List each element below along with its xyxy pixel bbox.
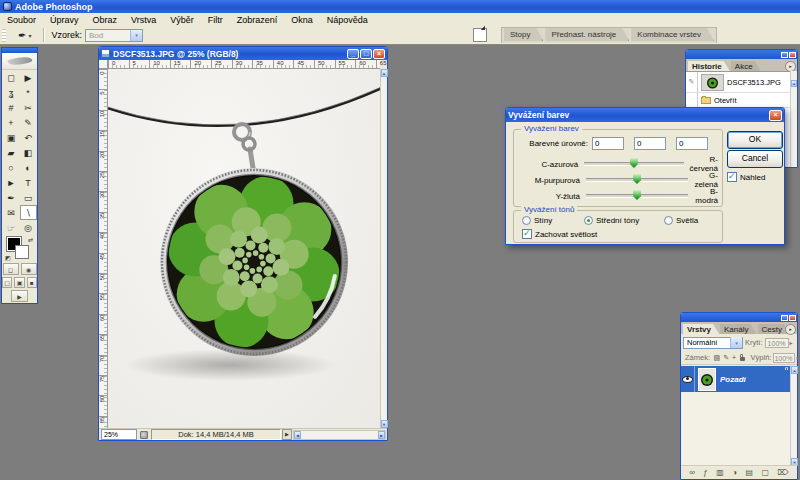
document-titlebar[interactable]: DSCF3513.JPG @ 25% (RGB/8) _ □ × — [99, 47, 387, 60]
opacity-arrow-icon[interactable]: ▸ — [790, 339, 793, 346]
lasso-tool[interactable]: ʓ — [3, 85, 20, 100]
dodge-tool[interactable]: ◐ — [20, 160, 37, 175]
visibility-cell[interactable] — [681, 366, 695, 392]
menu-item-6[interactable]: Zobrazení — [230, 15, 285, 25]
cancel-button[interactable]: Cancel — [727, 150, 783, 168]
slider-thumb[interactable] — [633, 190, 641, 200]
color-level-input-1[interactable] — [592, 137, 624, 150]
menu-item-0[interactable]: Soubor — [0, 15, 43, 25]
gradient-tool[interactable]: ◧ — [20, 145, 37, 160]
path-selection-tool[interactable]: ► — [3, 175, 20, 190]
swap-colors-icon[interactable]: ⇄ — [28, 236, 33, 243]
scroll-down-icon[interactable]: ▼ — [381, 420, 388, 428]
slider-thumb[interactable] — [633, 174, 641, 184]
menu-item-2[interactable]: Obraz — [86, 15, 125, 25]
layers-titlebar[interactable] — [681, 313, 797, 322]
shape-tool[interactable]: ▭ — [20, 190, 37, 205]
menu-item-5[interactable]: Filtr — [201, 15, 230, 25]
color-balance-slider-2[interactable] — [586, 178, 688, 182]
magic-wand-tool[interactable]: * — [20, 85, 37, 100]
menu-item-1[interactable]: Úpravy — [43, 15, 86, 25]
history-scrollbar[interactable]: ▲ — [790, 71, 797, 167]
eyedropper-tool[interactable]: ∖ — [20, 205, 37, 220]
palette-well-icon[interactable] — [473, 28, 487, 42]
delete-layer-button[interactable]: ⌦ — [777, 468, 788, 477]
zoom-tool[interactable]: ◎ — [20, 220, 37, 235]
tone-option-2[interactable]: Střední tóny — [584, 216, 639, 225]
new-set-button[interactable]: ▤ — [745, 468, 753, 477]
minimize-button[interactable] — [781, 52, 788, 58]
fullscreen-button[interactable]: ■ — [27, 277, 37, 288]
tab-vrstvy[interactable]: Vrstvy — [683, 324, 719, 334]
dock-tab-2[interactable]: Kombinace vrstev — [631, 28, 714, 41]
history-snapshot-row[interactable]: ✎ DSCF3513.JPG — [686, 72, 797, 93]
scroll-left-icon[interactable]: ◀ — [294, 431, 301, 439]
ok-button[interactable]: OK — [727, 131, 783, 149]
default-colors-icon[interactable]: ◩ — [5, 254, 11, 261]
color-balance-slider-3[interactable] — [586, 194, 688, 198]
scroll-up-icon[interactable]: ▲ — [791, 80, 797, 87]
tone-option-1[interactable]: Stíny — [522, 216, 552, 225]
new-layer-button[interactable]: ▢ — [761, 468, 769, 477]
add-mask-button[interactable]: ▥ — [716, 468, 724, 477]
palette-menu-icon[interactable]: ▸ — [785, 324, 796, 335]
zoom-level-input[interactable] — [101, 429, 137, 440]
link-layers-button[interactable]: ∞ — [689, 468, 695, 477]
blend-mode-select[interactable]: Normální ▾ — [683, 337, 743, 349]
menu-item-8[interactable]: Nápověda — [320, 15, 375, 25]
menu-item-4[interactable]: Výběr — [163, 15, 201, 25]
quick-mask-button[interactable]: ◉ — [21, 263, 37, 275]
status-menu-arrow-icon[interactable]: ▶ — [282, 429, 292, 440]
fullscreen-menubar-button[interactable]: ▣ — [14, 277, 24, 288]
lock-all-icon[interactable] — [740, 357, 745, 361]
checkbox-checked-icon[interactable]: ✓ — [727, 172, 737, 182]
brush-tool[interactable]: ✎ — [20, 115, 37, 130]
dialog-titlebar[interactable]: Vyvážení barev × — [506, 108, 784, 122]
eraser-tool[interactable]: ▰ — [3, 145, 20, 160]
minimize-button[interactable]: _ — [347, 49, 359, 59]
color-level-input-3[interactable] — [676, 137, 708, 150]
current-tool-preset[interactable]: ✒ ▾ — [18, 30, 31, 41]
maximize-button[interactable]: □ — [360, 49, 372, 59]
lock-transparency-icon[interactable]: ▨ — [714, 354, 721, 362]
minimize-button[interactable] — [781, 315, 788, 321]
background-color-swatch[interactable] — [15, 245, 29, 259]
lock-position-icon[interactable]: + — [732, 354, 736, 361]
move-tool[interactable]: ▶ — [20, 70, 37, 85]
rectangular-marquee-tool[interactable]: ◻ — [3, 70, 20, 85]
hand-tool[interactable]: ☞ — [3, 220, 20, 235]
pen-tool[interactable]: ✒ — [3, 190, 20, 205]
clone-stamp-tool[interactable]: ▣ — [3, 130, 20, 145]
menu-item-3[interactable]: Vrstva — [124, 15, 163, 25]
sample-size-select[interactable]: Bod ▾ — [85, 29, 143, 42]
preserve-luminosity-option[interactable]: ✓ Zachovat světlost — [522, 229, 597, 239]
radio-selected-icon[interactable] — [584, 216, 593, 225]
preview-option[interactable]: ✓ Náhled — [727, 172, 765, 182]
history-brush-source-icon[interactable]: ✎ — [686, 72, 698, 92]
horizontal-ruler[interactable]: 05101520253035404550556065 — [108, 60, 380, 69]
tab-akce[interactable]: Akce — [731, 61, 761, 71]
checkbox-checked-icon[interactable]: ✓ — [522, 229, 532, 239]
history-state-row[interactable]: Otevřít — [686, 93, 797, 108]
lock-paint-icon[interactable]: ✎ — [723, 354, 729, 362]
adobe-logo[interactable] — [2, 53, 37, 70]
blur-tool[interactable]: ○ — [3, 160, 20, 175]
canvas[interactable] — [108, 69, 380, 428]
scroll-right-icon[interactable]: ▶ — [378, 431, 385, 439]
dock-tab-1[interactable]: Přednast. nástroje — [545, 28, 629, 41]
close-button[interactable] — [789, 52, 796, 58]
fill-value[interactable]: 100% — [773, 353, 795, 363]
menu-item-7[interactable]: Okna — [284, 15, 320, 25]
scroll-up-icon[interactable]: ▲ — [381, 69, 388, 77]
healing-brush-tool[interactable]: + — [3, 115, 20, 130]
jump-to-imageready-button[interactable]: ▶ — [11, 290, 28, 302]
crop-tool[interactable]: # — [3, 100, 20, 115]
horizontal-scrollbar[interactable]: ◀ ▶ — [293, 430, 386, 440]
notes-tool[interactable]: ✉ — [3, 205, 20, 220]
opacity-value[interactable]: 100% — [765, 338, 789, 348]
color-level-input-2[interactable] — [634, 137, 666, 150]
layers-scrollbar[interactable]: ▲ ▼ — [790, 366, 797, 466]
vertical-scrollbar[interactable]: ▲ ▼ — [380, 69, 387, 428]
vertical-ruler[interactable]: 0510152025303540455055606570758085 — [99, 69, 108, 428]
close-icon[interactable]: × — [769, 110, 782, 121]
